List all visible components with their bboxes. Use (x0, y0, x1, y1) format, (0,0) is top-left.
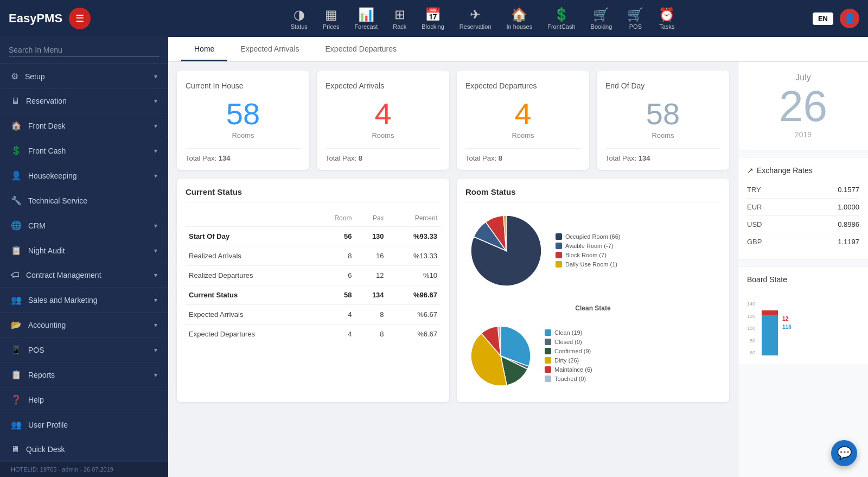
prices-icon: ▦ (325, 7, 337, 22)
sidebar-label-user-profile: User Profile (28, 421, 68, 429)
tab-expected-arrivals[interactable]: Expected Arrivals (227, 37, 312, 61)
currency-value: 0.1577 (838, 186, 859, 194)
sidebar-item-reports[interactable]: 📋 Reports ▾ (0, 362, 168, 387)
row-percent: %96.67 (387, 285, 441, 305)
nav-icon-forecast[interactable]: 📊Forecast (354, 7, 378, 30)
sidebar-label-front-cash: Front Cash (28, 147, 66, 155)
legend-color (545, 348, 551, 354)
stat-card-number-2: 4 (465, 99, 580, 129)
currency-value: 1.1197 (838, 238, 859, 246)
nav-icon-blocking[interactable]: 📅Blocking (422, 7, 444, 30)
col-header (186, 210, 313, 227)
stat-card-rooms-0: Rooms (186, 131, 301, 139)
nav-icon-rack[interactable]: ⊞Rack (393, 7, 406, 30)
nav-right-area: EN 👤 (794, 9, 859, 28)
currency-label: USD (747, 220, 762, 228)
currency-label: GBP (747, 238, 762, 246)
legend-item: Block Room (7) (556, 252, 621, 258)
sidebar-label-accounting: Accounting (28, 321, 66, 329)
language-button[interactable]: EN (813, 12, 833, 25)
hamburger-button[interactable]: ☰ (69, 8, 91, 29)
table-row: Start Of Day 56 130 %93.33 (186, 227, 441, 246)
nav-icon-status[interactable]: ◑Status (291, 7, 308, 30)
stat-card-rooms-2: Rooms (465, 131, 580, 139)
stat-card-pax-1: Total Pax: 8 (326, 154, 441, 162)
nav-icon-prices[interactable]: ▦Prices (323, 7, 340, 30)
clean-legend-item: Clean (19) (545, 329, 592, 336)
sidebar-item-accounting[interactable]: 📂 Accounting ▾ (0, 313, 168, 338)
row-label: Start Of Day (186, 227, 313, 246)
legend-color (556, 252, 562, 258)
crm-sidebar-icon: 🌐 (11, 220, 22, 231)
sidebar-label-technical-service: Technical Service (28, 196, 87, 205)
room-status-panel: Room Status Occupied Room (66)Avaible Ro… (457, 179, 729, 402)
chat-fab-button[interactable]: 💬 (831, 440, 857, 466)
sidebar-item-night-audit[interactable]: 📋 Night Audit ▾ (0, 238, 168, 263)
row-percent: %6.67 (387, 325, 441, 344)
tab-home[interactable]: Home (181, 37, 227, 61)
app-logo: EasyPMS (9, 11, 62, 26)
legend-color (556, 243, 562, 249)
sidebar-item-technical-service[interactable]: 🔧 Technical Service (0, 188, 168, 213)
sidebar-label-reports: Reports (28, 371, 55, 379)
nav-icon-inhouses[interactable]: 🏠In houses (507, 7, 533, 30)
bar-chart (762, 301, 778, 355)
table-row: Expected Arrivals 4 8 %6.67 (186, 305, 441, 325)
technical-service-sidebar-icon: 🔧 (11, 195, 22, 206)
table-row: Current Status 58 134 %96.67 (186, 285, 441, 305)
quick-desk-sidebar-icon: 🖥 (11, 444, 20, 454)
search-input[interactable] (9, 43, 159, 57)
front-desk-sidebar-icon: 🏠 (11, 120, 22, 131)
sidebar-item-quick-desk[interactable]: 🖥 Quick Desk (0, 437, 168, 462)
sidebar-label-sales-marketing: Sales and Marketing (28, 296, 98, 304)
sidebar-item-front-desk[interactable]: 🏠 Front Desk ▾ (0, 113, 168, 138)
sidebar-item-user-profile[interactable]: 👥 User Profile (0, 412, 168, 437)
row-label: Current Status (186, 285, 313, 305)
sidebar-label-contract-management: Contract Management (26, 271, 101, 279)
trend-icon: ↗ (747, 166, 754, 175)
sidebar-item-help[interactable]: ❓ Help (0, 387, 168, 412)
sidebar-label-help: Help (28, 396, 44, 404)
row-pax: 16 (355, 246, 387, 266)
legend-color (545, 329, 551, 336)
nav-icon-tasks[interactable]: ⏰Tasks (659, 7, 675, 30)
frontcash-icon: 💲 (553, 7, 570, 22)
row-room: 4 (313, 305, 355, 325)
clean-state-pie (465, 321, 536, 393)
exchange-row-eur: EUR 1.0000 (747, 199, 859, 216)
sidebar-item-pos[interactable]: 📱 POS ▾ (0, 338, 168, 362)
sidebar-label-quick-desk: Quick Desk (26, 445, 65, 454)
sidebar-item-reservation[interactable]: 🖥 Reservation ▾ (0, 89, 168, 113)
room-status-pie (465, 210, 547, 294)
sidebar-item-contract-management[interactable]: 🏷 Contract Management ▾ (0, 263, 168, 288)
legend-color (545, 357, 551, 364)
sidebar-item-crm[interactable]: 🌐 CRM ▾ (0, 213, 168, 238)
table-row: Realized Departures 6 12 %10 (186, 266, 441, 285)
stat-card-title-1: Expected Arrivals (326, 81, 441, 90)
y-axis-labels: 140 120 100 80 60 (747, 301, 757, 355)
accounting-sidebar-icon: 📂 (11, 320, 22, 330)
user-avatar-button[interactable]: 👤 (840, 9, 859, 28)
nav-icon-reservation[interactable]: ✈Reservation (459, 7, 492, 30)
chevron-icon: ▾ (154, 147, 157, 155)
tab-expected-departures[interactable]: Expected Departures (312, 37, 410, 61)
date-day: 26 (749, 85, 857, 128)
user-profile-sidebar-icon: 👥 (11, 419, 22, 430)
legend-color (545, 339, 551, 345)
row-label: Expected Arrivals (186, 305, 313, 325)
pos-icon: 🛒 (627, 7, 643, 22)
sidebar-item-sales-marketing[interactable]: 👥 Sales and Marketing ▾ (0, 288, 168, 313)
sidebar-item-housekeeping[interactable]: 👤 Housekeeping ▾ (0, 163, 168, 188)
stat-card-title-2: Expected Departures (465, 81, 580, 90)
chevron-icon: ▾ (154, 73, 157, 80)
nav-icon-frontcash[interactable]: 💲FrontCash (547, 7, 575, 30)
front-cash-sidebar-icon: 💲 (11, 145, 22, 156)
nav-icon-booking[interactable]: 🛒Booking (591, 7, 612, 30)
sidebar-item-setup[interactable]: ⚙ Setup ▾ (0, 64, 168, 89)
help-sidebar-icon: ❓ (11, 395, 22, 405)
clean-legend-item: Touched (0) (545, 376, 592, 382)
currency-label: EUR (747, 203, 762, 211)
nav-icon-pos[interactable]: 🛒POS (627, 7, 643, 30)
logo-area: EasyPMS ☰ (9, 8, 171, 29)
sidebar-item-front-cash[interactable]: 💲 Front Cash ▾ (0, 138, 168, 163)
